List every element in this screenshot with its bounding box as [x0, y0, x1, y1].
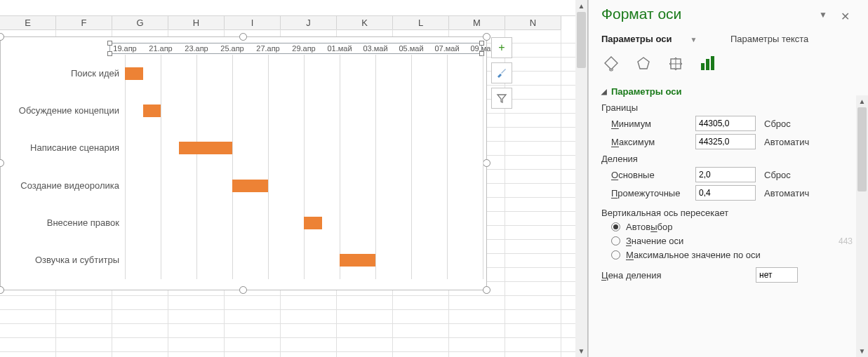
minimum-input[interactable] — [695, 116, 756, 131]
column-headers: EFGHIJKLMN — [0, 15, 588, 29]
display-units-label: Цена деления — [601, 270, 756, 281]
ticks-heading: Деления — [601, 154, 854, 164]
worksheet-vertical-scrollbar[interactable]: ▲ ▼ — [575, 0, 587, 357]
scrollbar-thumb[interactable] — [857, 107, 867, 191]
y-axis-category-label: Создание видеоролика — [1, 180, 123, 191]
axis-cross-heading: Вертикальная ось пересекает — [601, 208, 854, 218]
resize-handle[interactable] — [483, 33, 490, 41]
svg-rect-2 — [701, 63, 705, 70]
gantt-bar[interactable] — [304, 217, 322, 229]
gridline — [268, 55, 269, 279]
gantt-bar[interactable] — [143, 105, 161, 117]
format-axis-pane: Формат оси ▼ ✕ Параметры оси▼ Параметры … — [588, 0, 868, 357]
pane-dropdown-icon[interactable]: ▼ — [819, 10, 827, 20]
column-header[interactable]: M — [449, 16, 505, 30]
tab-axis-options[interactable]: Параметры оси▼ — [601, 34, 715, 44]
x-axis-tick-label: 21.апр — [149, 44, 172, 53]
x-axis-tick-label: 23.апр — [185, 44, 208, 53]
radio-axis-value[interactable]: Значение оси 443 — [611, 236, 854, 246]
radio-max-value[interactable]: Максимальное значение по оси — [611, 250, 854, 260]
fill-line-icon[interactable] — [601, 54, 621, 74]
maximum-auto-label: Автоматич — [764, 137, 809, 147]
section-label: Параметры оси — [611, 86, 681, 97]
tab-text-options[interactable]: Параметры текста — [730, 34, 808, 44]
major-reset-button[interactable]: Сброс — [764, 170, 791, 180]
gantt-bar[interactable] — [340, 254, 375, 267]
column-header[interactable]: F — [56, 16, 112, 30]
chart-filter-button[interactable] — [491, 88, 512, 109]
selection-corner[interactable] — [107, 51, 112, 56]
column-header[interactable]: I — [225, 16, 281, 30]
scroll-up-arrow-icon[interactable]: ▲ — [575, 0, 587, 12]
column-header[interactable]: G — [112, 16, 168, 30]
minor-auto-label: Автоматич — [764, 188, 809, 198]
selection-corner[interactable] — [107, 41, 112, 46]
bounds-heading: Границы — [601, 102, 854, 113]
axis-options-icon[interactable] — [698, 54, 718, 74]
gridline — [232, 55, 233, 279]
worksheet-area: EFGHIJKLMN 19.апр21.апр23.апр25.апр27.ап… — [0, 0, 588, 357]
gantt-bar[interactable] — [232, 180, 268, 192]
pane-close-button[interactable]: ✕ — [836, 8, 854, 25]
resize-handle[interactable] — [0, 33, 4, 41]
y-axis-category-label: Обсуждение концепции — [1, 105, 123, 116]
resize-handle[interactable] — [239, 33, 247, 41]
brush-icon — [495, 67, 508, 79]
resize-handle[interactable] — [483, 159, 490, 167]
scroll-down-arrow-icon[interactable]: ▼ — [575, 345, 587, 357]
plus-icon: + — [498, 41, 505, 54]
x-axis-tick-label: 01.май — [327, 44, 352, 53]
radio-label: Значение оси — [626, 236, 683, 246]
scrollbar-thumb[interactable] — [577, 12, 586, 68]
pane-tabs: Параметры оси▼ Параметры текста — [601, 34, 854, 44]
minor-ticks-label: Промежуточные — [611, 188, 695, 198]
chart-styles-button[interactable] — [491, 62, 512, 83]
x-axis-tick-label: 05.май — [399, 44, 423, 53]
gridline — [161, 55, 161, 279]
section-axis-options[interactable]: ◢ Параметры оси — [601, 86, 854, 97]
size-properties-icon[interactable] — [666, 54, 686, 74]
gridline — [304, 55, 305, 279]
major-ticks-input[interactable] — [695, 167, 756, 182]
radio-auto[interactable]: Автовыбор — [611, 222, 854, 232]
column-header[interactable]: L — [393, 16, 449, 30]
radio-icon — [611, 222, 620, 231]
x-axis-tick-label: 19.апр — [113, 44, 136, 53]
minor-ticks-input[interactable] — [695, 185, 756, 201]
resize-handle[interactable] — [0, 159, 4, 167]
chart-add-element-button[interactable]: + — [491, 37, 512, 58]
column-header[interactable]: N — [505, 16, 561, 30]
resize-handle[interactable] — [483, 286, 490, 294]
column-header[interactable]: J — [281, 16, 337, 30]
close-icon: ✕ — [841, 11, 850, 22]
tab-label: Параметры оси — [601, 34, 672, 44]
scroll-up-arrow-icon[interactable]: ▲ — [856, 95, 868, 107]
minimum-reset-button[interactable]: Сброс — [764, 119, 791, 129]
minimum-label: Минимум — [611, 119, 695, 129]
x-axis-tick-label: 03.май — [363, 44, 387, 53]
svg-rect-3 — [706, 59, 709, 70]
chevron-down-icon: ▼ — [690, 36, 697, 43]
column-header[interactable]: K — [337, 16, 393, 30]
gantt-bar[interactable] — [179, 142, 233, 154]
radio-icon — [611, 236, 620, 245]
chart-plot-area[interactable]: 19.апр21.апр23.апр25.апр27.апр29.апр01.м… — [125, 55, 483, 279]
resize-handle[interactable] — [239, 286, 247, 294]
gridline — [375, 55, 376, 279]
gantt-bar[interactable] — [125, 67, 143, 80]
chart-tool-buttons: + — [491, 37, 514, 113]
column-header[interactable]: E — [0, 16, 56, 30]
pane-vertical-scrollbar[interactable]: ▲ ▼ — [856, 95, 868, 357]
column-header[interactable]: H — [168, 16, 225, 30]
format-category-icons — [601, 54, 854, 74]
effects-icon[interactable] — [634, 54, 653, 74]
gridline — [447, 55, 448, 279]
gridline — [483, 55, 483, 279]
major-ticks-label: Основные — [611, 170, 695, 180]
collapse-triangle-icon: ◢ — [601, 88, 607, 95]
x-axis-tick-label: 07.май — [434, 44, 459, 53]
svg-rect-4 — [711, 56, 714, 70]
display-units-select[interactable] — [756, 267, 798, 283]
scroll-down-arrow-icon[interactable]: ▼ — [856, 345, 868, 357]
maximum-input[interactable] — [695, 134, 756, 149]
